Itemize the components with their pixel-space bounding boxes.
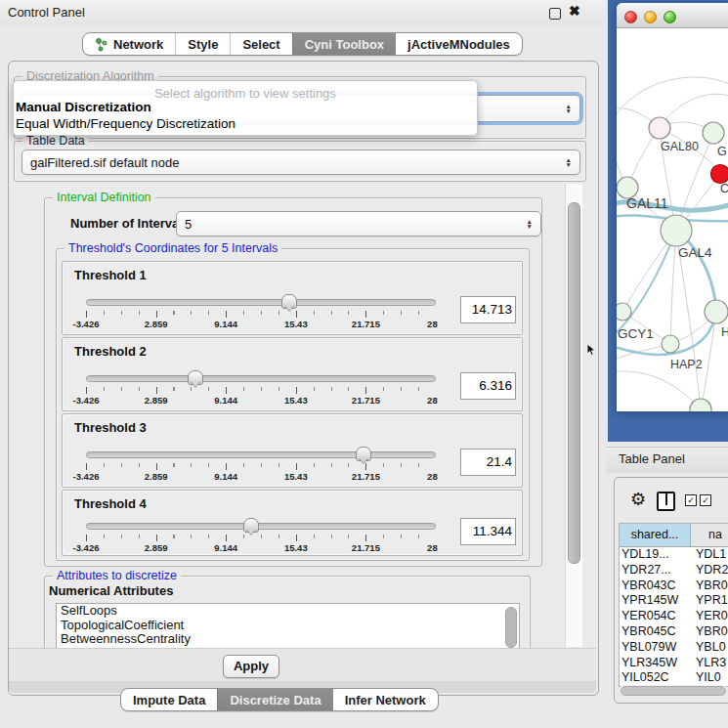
scale-label: 28: [427, 471, 438, 482]
network-graph: GAL80 G C GAL11 GAL4 GCY1 H HAP2: [617, 28, 728, 411]
node-gal80[interactable]: [649, 117, 670, 139]
tab-impute-data[interactable]: Impute Data: [121, 689, 217, 710]
threshold-1-value-field[interactable]: 14.713: [460, 296, 516, 323]
slider-track[interactable]: [86, 299, 436, 306]
scale-label: 15.43: [284, 471, 308, 482]
threshold-4-slider-thumb[interactable]: [243, 518, 259, 533]
slider-scale-labels: -3.426 2.859 9.144 15.43 21.715 28: [86, 319, 436, 329]
tab-jactivemnodules[interactable]: jActiveMNodules: [396, 33, 522, 55]
tab-impute-data-label: Impute Data: [133, 693, 205, 707]
table-row[interactable]: YLR345WYLR3: [620, 656, 728, 671]
threshold-2-value-field[interactable]: 6.316: [460, 372, 516, 400]
zoom-traffic-light-icon[interactable]: [664, 11, 676, 23]
cell: YLR3: [696, 656, 728, 671]
table-row[interactable]: YBR045CYBR0: [620, 624, 728, 640]
table-horizontal-scrollbar[interactable]: [620, 685, 727, 695]
dropdown-item-equal-width[interactable]: Equal Width/Frequency Discretization: [16, 116, 475, 132]
tab-network[interactable]: Network: [83, 33, 175, 55]
column-header-shared[interactable]: shared...: [620, 524, 691, 546]
tab-cyni-toolbox-label: Cyni Toolbox: [305, 37, 384, 52]
attributes-group-title: Attributes to discretize: [53, 569, 181, 582]
algorithm-combo-placeholder: Select algorithm to view settings: [14, 86, 477, 101]
checkbox-icon[interactable]: ✓: [685, 494, 697, 506]
node-hap2[interactable]: [662, 335, 679, 353]
settings-scrollbar-thumb[interactable]: [568, 202, 580, 564]
minimize-traffic-light-icon[interactable]: [644, 11, 657, 23]
slider-track[interactable]: [86, 451, 436, 458]
tab-infer-network[interactable]: Infer Network: [333, 689, 438, 710]
scale-label: 21.715: [352, 395, 380, 406]
table-data-combobox-value: galFiltered.sif default node: [30, 155, 179, 170]
control-panel-tabbar: Network Style Select Cyni Toolbox jActiv…: [82, 32, 523, 56]
list-item-selfloops[interactable]: SelfLoops: [57, 604, 519, 619]
scale-label: 2.859: [145, 395, 168, 406]
threshold-3-value-field[interactable]: 21.4: [460, 449, 516, 476]
table-horizontal-scrollbar-thumb[interactable]: [621, 686, 726, 696]
table-data-combobox[interactable]: galFiltered.sif default node ▲▼: [21, 150, 580, 175]
network-canvas[interactable]: GAL80 G C GAL11 GAL4 GCY1 H HAP2: [617, 28, 728, 411]
list-item-betweennesscentrality[interactable]: BetweennessCentrality: [57, 632, 519, 647]
combo-arrows-icon: ▲▼: [521, 219, 533, 229]
table-row[interactable]: YBL079WYBL0: [620, 640, 728, 656]
split-columns-icon[interactable]: [657, 492, 675, 511]
table-row[interactable]: YPR145WYPR1: [620, 593, 728, 609]
node-bottom-partial[interactable]: [690, 399, 711, 411]
node-clipped-g[interactable]: [703, 122, 724, 144]
cell: YIL052C: [620, 670, 696, 686]
node-red[interactable]: [711, 165, 728, 184]
tab-style[interactable]: Style: [175, 33, 230, 55]
scale-label: 9.144: [214, 395, 237, 406]
node-clipped-h[interactable]: [705, 300, 728, 323]
close-icon[interactable]: ✖: [569, 3, 580, 19]
threshold-3-slider-thumb[interactable]: [356, 447, 371, 461]
algorithm-dropdown-popup: Select algorithm to view settings Manual…: [13, 80, 478, 136]
table-row[interactable]: YER054CYER0: [620, 609, 728, 624]
table-row[interactable]: YBR043CYBR0: [620, 578, 728, 594]
cell: YDL19...: [620, 547, 696, 563]
mouse-cursor: [586, 343, 597, 357]
slider-scale-labels: -3.426 2.859 9.144 15.43 21.715 28: [86, 395, 436, 406]
scale-label: 21.715: [352, 319, 380, 329]
slider-track[interactable]: [86, 523, 436, 530]
tab-network-label: Network: [113, 37, 163, 52]
threshold-4-slider[interactable]: -3.426 2.859 9.144 15.43 21.715 28: [86, 521, 436, 554]
table-row[interactable]: YIL052CYIL0: [620, 670, 728, 686]
tab-discretize-data[interactable]: Discretize Data: [217, 689, 332, 710]
close-traffic-light-icon[interactable]: [624, 11, 637, 23]
column-header-name[interactable]: na: [691, 524, 728, 546]
table-row[interactable]: YDL19...YDL1: [620, 547, 728, 563]
tab-cyni-toolbox[interactable]: Cyni Toolbox: [292, 33, 396, 55]
slider-major-ticks: [86, 311, 436, 318]
float-window-icon[interactable]: [549, 8, 561, 20]
scale-label: 21.715: [352, 542, 380, 553]
threshold-panel-2: Threshold 2 -3.426 2.859 9.144 15.43 21.…: [62, 337, 523, 411]
node-label-clipped-c: C: [720, 182, 728, 195]
scale-label: 2.859: [145, 319, 168, 329]
checkbox-icon[interactable]: ✓: [700, 494, 711, 506]
scale-label: -3.426: [73, 395, 100, 406]
threshold-2-slider-thumb[interactable]: [188, 370, 203, 385]
numerical-attributes-heading: Numerical Attributes: [49, 583, 173, 598]
threshold-4-value-field[interactable]: 11.344: [460, 518, 516, 545]
table-header-row: shared... na: [620, 524, 728, 547]
threshold-1-slider[interactable]: -3.426 2.859 9.144 15.43 21.715 28: [86, 297, 436, 330]
cell: YPR1: [696, 593, 728, 609]
threshold-2-slider[interactable]: -3.426 2.859 9.144 15.43 21.715 28: [86, 373, 436, 407]
table-row[interactable]: YDR27...YDR2: [620, 563, 728, 578]
cell: YBL079W: [620, 640, 696, 656]
tab-select[interactable]: Select: [230, 33, 291, 55]
gear-icon[interactable]: ⚙: [630, 489, 646, 510]
number-of-intervals-combobox[interactable]: 5 ▲▼: [176, 211, 541, 236]
threshold-3-slider[interactable]: -3.426 2.859 9.144 15.43 21.715 28: [86, 450, 436, 483]
slider-track[interactable]: [86, 375, 436, 382]
dropdown-item-manual-discretization[interactable]: Manual Discretization: [16, 100, 475, 115]
network-window-titlebar[interactable]: [617, 3, 728, 28]
node-gal4[interactable]: [661, 215, 692, 246]
scale-label: 28: [427, 542, 438, 553]
list-item-topologicalcoefficient[interactable]: TopologicalCoefficient: [57, 619, 519, 633]
threshold-panel-4: Threshold 4 -3.426 2.859 9.144 15.43 21.…: [62, 490, 523, 556]
node-gcy1[interactable]: [617, 303, 631, 321]
threshold-1-slider-thumb[interactable]: [281, 294, 297, 309]
attributes-list-scrollbar[interactable]: [505, 607, 517, 648]
apply-button[interactable]: Apply: [223, 655, 279, 678]
